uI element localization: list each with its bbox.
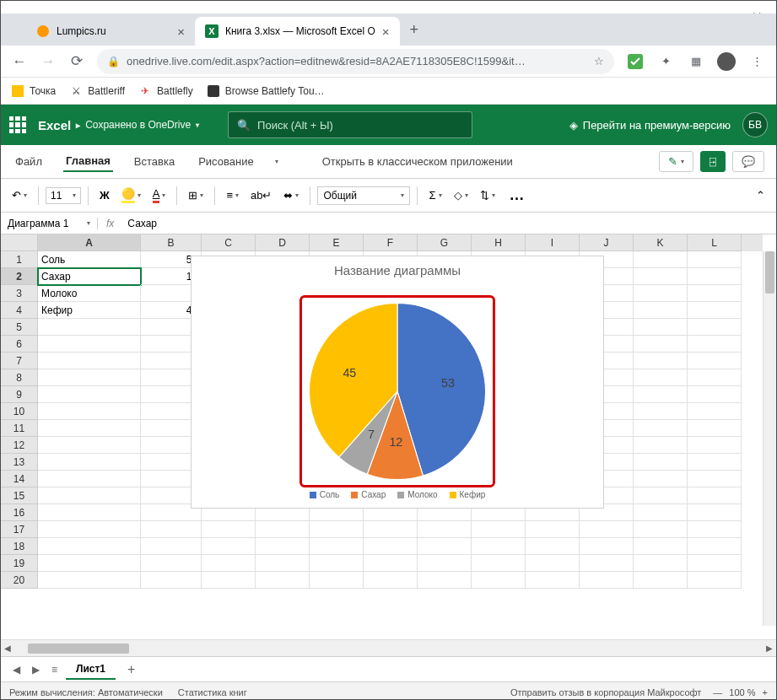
cell-L14[interactable] bbox=[688, 471, 742, 487]
column-header-A[interactable]: A bbox=[38, 234, 141, 251]
row-header-10[interactable]: 10 bbox=[1, 403, 38, 420]
scroll-left-button[interactable]: ◀ bbox=[1, 643, 14, 653]
cell-L15[interactable] bbox=[688, 487, 742, 504]
chart[interactable]: Название диаграммы 5312745 СольСахарМоло… bbox=[191, 256, 604, 509]
edit-mode-button[interactable]: ✎▾ bbox=[659, 151, 693, 172]
cell-E18[interactable] bbox=[310, 538, 364, 555]
cell-A8[interactable] bbox=[38, 369, 141, 386]
cell-J19[interactable] bbox=[580, 555, 634, 572]
font-size-input[interactable]: 11▾ bbox=[46, 187, 81, 204]
chart-title[interactable]: Название диаграммы bbox=[192, 256, 603, 281]
chevron-down-icon[interactable]: ▾ bbox=[275, 158, 278, 165]
cell-L1[interactable] bbox=[688, 251, 742, 268]
cell-H19[interactable] bbox=[472, 555, 526, 572]
feedback-link[interactable]: Отправить отзыв в корпорация Майкрософт bbox=[510, 687, 701, 697]
font-color-button[interactable]: А▾ bbox=[148, 185, 170, 207]
row-header-11[interactable]: 11 bbox=[1, 420, 38, 437]
star-icon[interactable]: ☆ bbox=[594, 55, 604, 67]
cell-A15[interactable] bbox=[38, 487, 141, 504]
column-header-I[interactable]: I bbox=[526, 234, 580, 251]
row-header-16[interactable]: 16 bbox=[1, 504, 38, 521]
cell-I18[interactable] bbox=[526, 538, 580, 555]
extension-grid-icon[interactable]: ▦ bbox=[687, 52, 705, 71]
bold-button[interactable]: Ж bbox=[95, 185, 114, 207]
column-header-G[interactable]: G bbox=[418, 234, 472, 251]
horizontal-scrollbar[interactable] bbox=[28, 642, 749, 655]
tab-insert[interactable]: Вставка bbox=[132, 152, 177, 171]
browser-menu-icon[interactable]: ⋮ bbox=[747, 52, 766, 71]
cell-L17[interactable] bbox=[688, 521, 742, 538]
premium-link[interactable]: ◈ Перейти на премиум-версию bbox=[569, 119, 731, 132]
row-header-7[interactable]: 7 bbox=[1, 353, 38, 369]
cell-L10[interactable] bbox=[688, 403, 742, 420]
cell-K9[interactable] bbox=[634, 386, 688, 403]
cell-K19[interactable] bbox=[634, 555, 688, 572]
row-header-19[interactable]: 19 bbox=[1, 555, 38, 572]
cell-C17[interactable] bbox=[202, 521, 256, 538]
cell-K12[interactable] bbox=[634, 437, 688, 454]
legend-item-Соль[interactable]: Соль bbox=[310, 490, 340, 499]
cell-K16[interactable] bbox=[634, 504, 688, 521]
cell-K18[interactable] bbox=[634, 538, 688, 555]
row-header-3[interactable]: 3 bbox=[1, 285, 38, 302]
cell-L20[interactable] bbox=[688, 572, 742, 589]
search-input[interactable]: 🔍 Поиск (Alt + Ы) bbox=[228, 111, 472, 138]
vertical-scrollbar[interactable] bbox=[763, 251, 776, 626]
column-header-B[interactable]: B bbox=[141, 234, 202, 251]
cell-K10[interactable] bbox=[634, 403, 688, 420]
row-header-9[interactable]: 9 bbox=[1, 386, 38, 403]
scroll-right-button[interactable]: ▶ bbox=[763, 643, 776, 653]
cell-A13[interactable] bbox=[38, 454, 141, 471]
cell-K11[interactable] bbox=[634, 420, 688, 437]
fill-color-button[interactable]: 🟡▾ bbox=[117, 185, 145, 207]
row-header-5[interactable]: 5 bbox=[1, 319, 38, 336]
row-header-6[interactable]: 6 bbox=[1, 336, 38, 353]
user-avatar[interactable]: БВ bbox=[742, 112, 768, 137]
cell-D17[interactable] bbox=[256, 521, 310, 538]
cell-D19[interactable] bbox=[256, 555, 310, 572]
cell-J20[interactable] bbox=[580, 572, 634, 589]
cell-F18[interactable] bbox=[364, 538, 418, 555]
cell-H17[interactable] bbox=[472, 521, 526, 538]
cell-G18[interactable] bbox=[418, 538, 472, 555]
cell-K2[interactable] bbox=[634, 268, 688, 285]
cell-L12[interactable] bbox=[688, 437, 742, 454]
cell-K4[interactable] bbox=[634, 302, 688, 319]
cell-G19[interactable] bbox=[418, 555, 472, 572]
pie-chart[interactable]: 5312745 bbox=[303, 299, 492, 484]
cell-A4[interactable]: Кефир bbox=[38, 302, 141, 319]
cell-H20[interactable] bbox=[472, 572, 526, 589]
cell-A16[interactable] bbox=[38, 504, 141, 521]
save-status[interactable]: Сохранено в OneDrive bbox=[85, 119, 191, 131]
cell-L13[interactable] bbox=[688, 454, 742, 471]
cell-A1[interactable]: Соль bbox=[38, 251, 141, 268]
cell-A20[interactable] bbox=[38, 572, 141, 589]
cell-K6[interactable] bbox=[634, 336, 688, 353]
cell-A19[interactable] bbox=[38, 555, 141, 572]
row-header-13[interactable]: 13 bbox=[1, 454, 38, 471]
app-launcher-icon[interactable] bbox=[9, 116, 26, 133]
row-header-2[interactable]: 2 bbox=[1, 268, 38, 285]
close-icon[interactable]: × bbox=[382, 24, 390, 39]
cell-K17[interactable] bbox=[634, 521, 688, 538]
cell-E17[interactable] bbox=[310, 521, 364, 538]
fx-icon[interactable]: fx bbox=[98, 218, 122, 229]
formula-input[interactable]: Сахар bbox=[122, 218, 776, 229]
row-header-1[interactable]: 1 bbox=[1, 251, 38, 268]
merge-button[interactable]: ⬌▾ bbox=[279, 185, 303, 207]
cell-D18[interactable] bbox=[256, 538, 310, 555]
legend-item-Кефир[interactable]: Кефир bbox=[450, 490, 486, 499]
reload-button[interactable]: ⟳ bbox=[68, 52, 85, 70]
cell-A7[interactable] bbox=[38, 353, 141, 369]
bookmark-battleriff[interactable]: ⚔ Battleriff bbox=[69, 84, 125, 98]
cell-G17[interactable] bbox=[418, 521, 472, 538]
autosum-button[interactable]: Σ▾ bbox=[424, 185, 445, 207]
row-header-8[interactable]: 8 bbox=[1, 369, 38, 386]
cell-B18[interactable] bbox=[141, 538, 202, 555]
undo-button[interactable]: ↶▾ bbox=[8, 185, 31, 207]
cell-A10[interactable] bbox=[38, 403, 141, 420]
name-box[interactable]: Диаграмма 1▾ bbox=[1, 218, 98, 229]
column-header-J[interactable]: J bbox=[580, 234, 634, 251]
cell-K7[interactable] bbox=[634, 353, 688, 369]
legend-item-Молоко[interactable]: Молоко bbox=[397, 490, 437, 499]
